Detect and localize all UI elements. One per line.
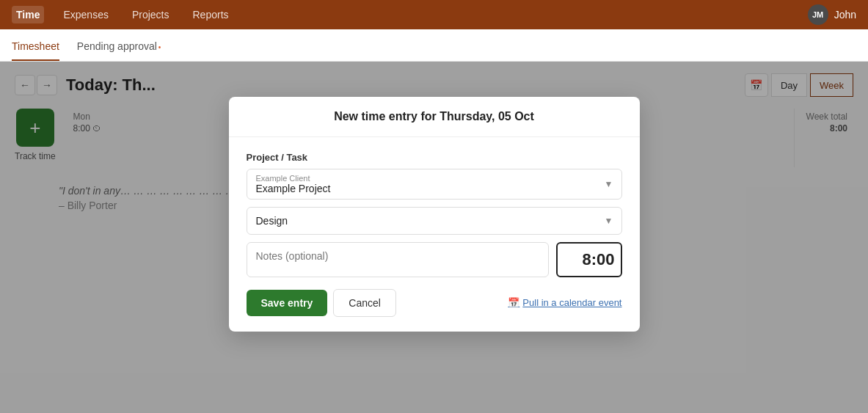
project-value: Example Project [256,183,595,194]
modal-header: New time entry for Thursday, 05 Oct [229,97,640,137]
modal: New time entry for Thursday, 05 Oct Proj… [229,97,640,332]
notes-input[interactable] [247,242,549,277]
user-name: John [834,9,856,21]
nav-item-expenses[interactable]: Expenses [59,6,112,23]
modal-actions: Save entry Cancel 📅 Pull in a calendar e… [247,289,622,317]
time-input-wrapper [556,242,622,277]
task-select[interactable]: Design [247,207,622,235]
nav-left: Time Expenses Projects Reports [12,6,233,23]
calendar-link-text: Pull in a calendar event [522,297,621,308]
nav-item-reports[interactable]: Reports [189,6,233,23]
subnav-pending-approval[interactable]: Pending approval• [77,40,161,61]
project-task-label: Project / Task [247,152,622,163]
nav-item-time[interactable]: Time [12,6,44,23]
modal-body: Project / Task Example Client Example Pr… [229,137,640,332]
avatar: JM [808,4,828,25]
project-select-wrapper: Example Client Example Project ▼ [247,169,622,200]
save-entry-button[interactable]: Save entry [247,290,328,316]
time-input[interactable] [564,250,615,269]
nav-item-projects[interactable]: Projects [128,6,174,23]
notes-time-row [247,242,622,277]
project-select[interactable]: Example Client Example Project [247,169,622,200]
client-hint: Example Client [256,174,595,183]
task-select-wrapper: Design ▼ [247,207,622,235]
top-nav: Time Expenses Projects Reports JM John [0,0,868,29]
pending-dot: • [158,43,161,51]
calendar-icon: 📅 [508,297,519,308]
pull-calendar-link[interactable]: 📅 Pull in a calendar event [508,297,621,308]
nav-right: JM John [808,4,856,25]
main-content: ← → Today: Th... 📅 Day Week + Track time… [0,62,868,413]
sub-nav: Timesheet Pending approval• [0,29,868,62]
cancel-button[interactable]: Cancel [333,289,396,317]
subnav-timesheet[interactable]: Timesheet [12,40,59,61]
